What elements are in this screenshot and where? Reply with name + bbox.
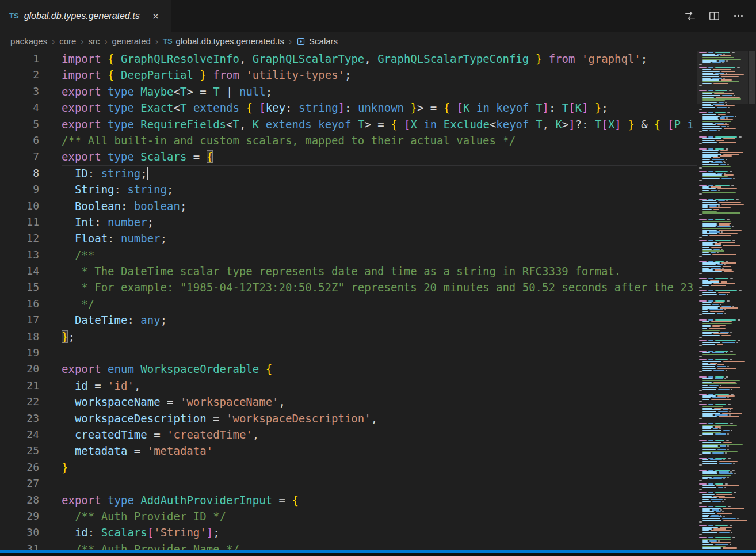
line-number[interactable]: 24: [0, 426, 62, 443]
line-number[interactable]: 13: [0, 247, 62, 263]
tab-global-db-types-generated-ts[interactable]: TS global.db.types.generated.ts ×: [0, 0, 171, 32]
code-line-content: Float: number;: [62, 230, 697, 246]
code-line-15[interactable]: 15 * For example: "1985-04-12T23:20:50.5…: [0, 279, 697, 295]
vertical-scrollbar[interactable]: [748, 51, 756, 550]
code-line-22[interactable]: 22 workspaceName = 'workspaceName',: [0, 394, 697, 410]
indent-guide: [62, 312, 62, 328]
code-line-6[interactable]: 6/** All built-in and custom scalars, ma…: [0, 132, 697, 148]
breadcrumb-item-symbol[interactable]: Scalars: [296, 36, 338, 46]
code-line-24[interactable]: 24 createdTime = 'createdTime',: [0, 426, 697, 443]
line-number[interactable]: 18: [0, 329, 62, 345]
breadcrumb-item-core[interactable]: core: [59, 36, 76, 46]
code-line-29[interactable]: 29 /** Auth Provider ID */: [0, 508, 697, 524]
code-line-25[interactable]: 25 metadata = 'metadata': [0, 443, 697, 459]
code-line-content: ID: string;: [62, 165, 697, 181]
typescript-file-icon: TS: [163, 37, 173, 45]
code-line-23[interactable]: 23 workspaceDescription = 'workspaceDesc…: [0, 410, 697, 426]
breadcrumb-item-src[interactable]: src: [88, 36, 100, 46]
line-number[interactable]: 17: [0, 312, 62, 328]
line-number[interactable]: 8: [0, 165, 62, 181]
code-line-content: * For example: "1985-04-12T23:20:50.52Z"…: [62, 279, 697, 295]
line-number[interactable]: 30: [0, 524, 62, 540]
text-cursor: [147, 167, 148, 180]
line-number[interactable]: 3: [0, 83, 62, 100]
code-line-9[interactable]: 9 String: string;: [0, 181, 697, 197]
line-number[interactable]: 6: [0, 132, 62, 148]
editor-actions: [681, 0, 756, 32]
line-number[interactable]: 10: [0, 198, 62, 214]
code-line-content: export type Exact<T extends { [key: stri…: [62, 100, 697, 116]
code-line-26[interactable]: 26}: [0, 459, 697, 475]
code-line-5[interactable]: 5export type RequireFields<T, K extends …: [0, 116, 697, 132]
code-line-content: import { DeepPartial } from 'utility-typ…: [62, 67, 697, 83]
line-number[interactable]: 27: [0, 475, 62, 492]
code-line-7[interactable]: 7export type Scalars = {: [0, 148, 697, 165]
minimap-slider[interactable]: [697, 51, 748, 104]
breadcrumb-item-file[interactable]: TSglobal.db.types.generated.ts: [163, 36, 284, 46]
line-number[interactable]: 4: [0, 100, 62, 116]
indent-guide: [62, 263, 62, 279]
line-number[interactable]: 29: [0, 508, 62, 524]
split-editor-button[interactable]: [705, 7, 723, 25]
code-line-13[interactable]: 13 /**: [0, 247, 697, 263]
scrollbar-thumb[interactable]: [749, 51, 755, 104]
code-line-14[interactable]: 14 * The DateTime scalar type represents…: [0, 263, 697, 279]
line-number[interactable]: 14: [0, 263, 62, 279]
code-line-31[interactable]: 31 /** Auth Provider Name */: [0, 541, 697, 550]
code-line-3[interactable]: 3export type Maybe<T> = T | null;: [0, 83, 697, 100]
code-line-10[interactable]: 10 Boolean: boolean;: [0, 198, 697, 214]
breadcrumb-item-packages[interactable]: packages: [10, 36, 47, 46]
line-number[interactable]: 16: [0, 296, 62, 312]
line-number[interactable]: 28: [0, 492, 62, 508]
line-number[interactable]: 22: [0, 394, 62, 410]
code-line-16[interactable]: 16 */: [0, 296, 697, 312]
line-number[interactable]: 25: [0, 443, 62, 459]
code-line-content: id = 'id',: [62, 378, 697, 394]
more-actions-button[interactable]: [730, 7, 747, 25]
breadcrumb-item-generated[interactable]: generated: [112, 36, 151, 46]
indent-guide: [62, 214, 62, 230]
code-line-30[interactable]: 30 id: Scalars['String'];: [0, 524, 697, 540]
line-number[interactable]: 31: [0, 541, 62, 550]
code-line-content: createdTime = 'createdTime',: [62, 426, 697, 443]
line-number[interactable]: 19: [0, 345, 62, 361]
code-line-4[interactable]: 4export type Exact<T extends { [key: str…: [0, 100, 697, 116]
code-line-content: /** Auth Provider Name */: [62, 541, 697, 550]
line-number[interactable]: 12: [0, 230, 62, 246]
line-number[interactable]: 21: [0, 378, 62, 394]
code-lines: 1import { GraphQLResolveInfo, GraphQLSca…: [0, 51, 697, 550]
line-number[interactable]: 2: [0, 67, 62, 83]
code-line-content: export type RequireFields<T, K extends k…: [62, 116, 697, 132]
breadcrumb-file-label: global.db.types.generated.ts: [176, 36, 284, 46]
code-line-19[interactable]: 19: [0, 345, 697, 361]
open-changes-button[interactable]: [681, 7, 698, 25]
code-line-12[interactable]: 12 Float: number;: [0, 230, 697, 246]
line-number[interactable]: 5: [0, 116, 62, 132]
tab-close-icon[interactable]: ×: [150, 10, 162, 22]
line-number[interactable]: 20: [0, 361, 62, 377]
line-number[interactable]: 7: [0, 148, 62, 165]
code-line-11[interactable]: 11 Int: number;: [0, 214, 697, 230]
line-number[interactable]: 11: [0, 214, 62, 230]
line-number[interactable]: 26: [0, 459, 62, 475]
code-line-20[interactable]: 20export enum WorkspaceOrderable {: [0, 361, 697, 377]
line-number[interactable]: 9: [0, 181, 62, 197]
typescript-file-icon: TS: [9, 12, 19, 20]
code-line-8[interactable]: 8 ID: string;: [0, 165, 697, 181]
code-editor[interactable]: 1import { GraphQLResolveInfo, GraphQLSca…: [0, 51, 697, 550]
code-line-2[interactable]: 2import { DeepPartial } from 'utility-ty…: [0, 67, 697, 83]
tab-label: global.db.types.generated.ts: [24, 11, 140, 21]
code-line-content: workspaceDescription = 'workspaceDescrip…: [62, 410, 697, 426]
line-number[interactable]: 1: [0, 51, 62, 67]
code-line-21[interactable]: 21 id = 'id',: [0, 378, 697, 394]
line-number[interactable]: 23: [0, 410, 62, 426]
minimap[interactable]: [697, 51, 748, 550]
code-line-17[interactable]: 17 DateTime: any;: [0, 312, 697, 328]
code-line-27[interactable]: 27: [0, 475, 697, 492]
code-line-1[interactable]: 1import { GraphQLResolveInfo, GraphQLSca…: [0, 51, 697, 67]
code-line-28[interactable]: 28export type AddAuthProviderInput = {: [0, 492, 697, 508]
vscode-window: TS global.db.types.generated.ts × packag…: [0, 0, 756, 556]
line-number[interactable]: 15: [0, 279, 62, 295]
indent-guide: [62, 524, 62, 540]
code-line-18[interactable]: 18};: [0, 329, 697, 345]
